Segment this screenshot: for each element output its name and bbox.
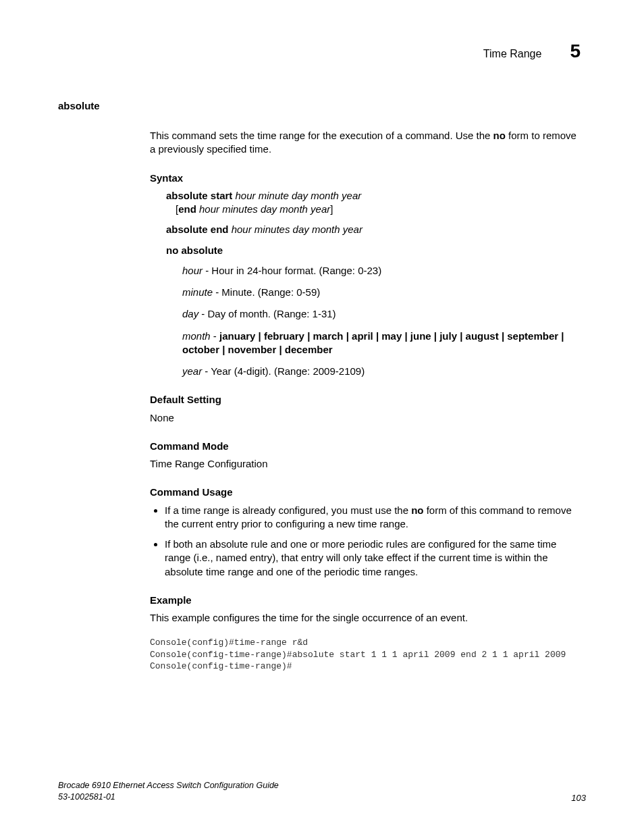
param-hour: hour - Hour in 24-hour format. (Range: 0…	[182, 264, 581, 278]
syntax-line-1: absolute start hour minute day month yea…	[166, 189, 581, 217]
param-month-bold: january | february | march | april | may…	[182, 330, 564, 355]
syntax4-bold: no absolute	[166, 244, 223, 256]
param-month-name: month	[182, 330, 211, 342]
param-month: month - january | february | march | apr…	[182, 330, 581, 357]
usage-heading: Command Usage	[150, 486, 581, 499]
param-hour-desc: - Hour in 24-hour format. (Range: 0-23)	[203, 265, 381, 276]
footer-doc-number: 53-1002581-01	[58, 791, 279, 803]
syntax-line-4: no absolute	[166, 244, 581, 257]
intro-no: no	[493, 130, 506, 141]
page: Time Range 5 absolute This command sets …	[0, 0, 644, 834]
footer-left: Brocade 6910 Ethernet Access Switch Conf…	[58, 780, 279, 803]
mode-heading: Command Mode	[150, 440, 581, 453]
syntax1-italic: hour minute day month year	[232, 190, 361, 201]
syntax-block: absolute start hour minute day month yea…	[166, 189, 581, 257]
usage1-bold: no	[411, 504, 423, 516]
example-heading: Example	[150, 594, 581, 607]
param-month-sep: -	[211, 330, 219, 342]
param-day: day - Day of month. (Range: 1-31)	[182, 307, 581, 321]
param-year: year - Year (4-digit). (Range: 2009-2109…	[182, 365, 581, 378]
default-heading: Default Setting	[150, 393, 581, 407]
syntax3-italic: hour minutes day month year	[229, 224, 363, 235]
chapter-number: 5	[570, 41, 581, 62]
syntax-line-2: [end hour minutes day month year]	[176, 203, 581, 216]
param-year-name: year	[182, 365, 202, 377]
intro-pre: This command sets the time range for the…	[150, 130, 493, 141]
param-minute-desc: - Minute. (Range: 0-59)	[213, 286, 320, 298]
param-year-desc: - Year (4-digit). (Range: 2009-2109)	[202, 365, 365, 377]
param-minute: minute - Minute. (Range: 0-59)	[182, 286, 581, 299]
usage-item-2: If both an absolute rule and one or more…	[165, 538, 581, 579]
usage-item-1: If a time range is already configured, y…	[165, 504, 581, 531]
syntax3-bold: absolute end	[166, 224, 229, 235]
syntax-line-3: absolute end hour minutes day month year	[166, 223, 581, 236]
usage1-pre: If a time range is already configured, y…	[165, 504, 411, 516]
syntax1-bold: absolute start	[166, 190, 232, 201]
syntax2-italic: hour minutes day month year	[196, 203, 330, 215]
param-day-name: day	[182, 308, 198, 319]
syntax-heading: Syntax	[150, 172, 581, 185]
footer-doc-title: Brocade 6910 Ethernet Access Switch Conf…	[58, 780, 279, 791]
usage-list: If a time range is already configured, y…	[150, 504, 581, 579]
footer-page-number: 103	[571, 793, 586, 803]
syntax2-bold: end	[178, 203, 196, 215]
page-footer: Brocade 6910 Ethernet Access Switch Conf…	[58, 780, 586, 803]
page-header: Time Range 5	[58, 41, 586, 62]
syntax2-close: ]	[330, 203, 333, 215]
param-day-desc: - Day of month. (Range: 1-31)	[198, 308, 336, 319]
intro-paragraph: This command sets the time range for the…	[150, 129, 581, 157]
params-block: hour - Hour in 24-hour format. (Range: 0…	[182, 264, 581, 379]
command-name: absolute	[58, 100, 586, 111]
content-body: This command sets the time range for the…	[150, 129, 581, 673]
default-text: None	[150, 411, 581, 425]
example-code: Console(config)#time-range r&d Console(c…	[150, 637, 581, 673]
header-title: Time Range	[483, 48, 542, 60]
param-hour-name: hour	[182, 265, 203, 276]
param-minute-name: minute	[182, 286, 213, 298]
example-text: This example configures the time for the…	[150, 611, 581, 625]
mode-text: Time Range Configuration	[150, 457, 581, 471]
